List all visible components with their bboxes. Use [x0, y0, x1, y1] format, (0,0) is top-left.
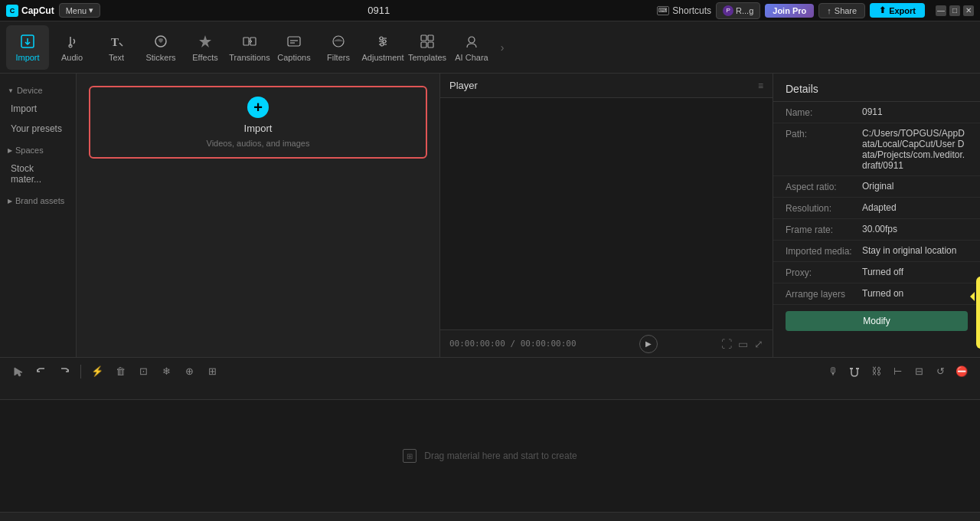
detail-row-proxy: Proxy: Turned off — [773, 262, 980, 283]
toolbar: Import Audio T Text — [0, 21, 980, 74]
aspect-ratio-icon[interactable]: ▭ — [738, 338, 748, 350]
modify-button[interactable]: Modify — [786, 311, 968, 331]
sidebar-section-device[interactable]: ▼ Device — [5, 83, 71, 98]
svg-text:T: T — [111, 36, 119, 48]
freeze-icon[interactable]: ❄ — [157, 362, 175, 381]
join-pro-button[interactable]: Join Pro — [765, 4, 814, 18]
share-button[interactable]: ↑ Share — [818, 3, 865, 18]
export-button[interactable]: ⬆ Export — [870, 3, 925, 18]
project-label: R...g — [736, 6, 753, 15]
project-button[interactable]: P R...g — [716, 2, 760, 19]
link-icon[interactable]: ⛓ — [867, 362, 885, 381]
svg-point-16 — [380, 37, 383, 40]
menu-button[interactable]: Menu ▾ — [59, 3, 101, 18]
sidebar-item-stock[interactable]: Stock mater... — [5, 159, 71, 188]
tool-captions-label: Captions — [277, 53, 310, 62]
sidebar-section-spaces[interactable]: ▶ Spaces — [5, 143, 71, 158]
transitions-icon — [241, 33, 258, 50]
ai-chara-icon — [463, 33, 480, 50]
sidebar-item-presets[interactable]: Your presets — [5, 120, 71, 138]
capcut-logo: C CapCut — [6, 5, 54, 17]
captions-icon — [286, 33, 302, 50]
drag-hint-text: Drag material here and start to create — [424, 451, 577, 461]
player-menu-icon[interactable]: ≡ — [758, 80, 763, 91]
import-plus-icon: + — [247, 97, 269, 118]
detail-value-name: 0911 — [862, 106, 968, 117]
tool-transitions[interactable]: Transitions — [228, 25, 271, 70]
detail-row-framerate: Frame rate: 30.00fps — [773, 219, 980, 241]
fullscreen-icon[interactable]: ⛶ — [721, 338, 732, 350]
import-drop-area[interactable]: + Import Videos, audios, and images — [89, 86, 427, 159]
tool-text[interactable]: T Text — [95, 25, 138, 70]
minimize-button[interactable]: — — [936, 5, 946, 16]
select-tool-icon[interactable] — [9, 362, 28, 381]
tool-captions[interactable]: Captions — [273, 25, 315, 70]
tool-effects[interactable]: Effects — [184, 25, 227, 70]
detail-row-resolution: Resolution: Adapted — [773, 198, 980, 219]
layer-icon[interactable]: ⊕ — [180, 362, 198, 381]
tool-import[interactable]: Import — [6, 25, 49, 70]
app-wrapper: C CapCut Menu ▾ 0911 ⌨ Shortcuts P R...g… — [0, 0, 980, 521]
magnet-icon[interactable] — [845, 362, 864, 381]
tool-audio[interactable]: Audio — [51, 25, 93, 70]
sidebar-item-import[interactable]: Import — [5, 100, 71, 118]
spaces-expand-icon: ▶ — [8, 147, 12, 154]
expand-icon[interactable]: ⤢ — [754, 338, 763, 350]
history-icon[interactable]: ↺ — [931, 362, 949, 381]
toolbar-more-button[interactable]: › — [495, 25, 510, 70]
templates-icon — [419, 33, 436, 50]
player-panel: Player ≡ 00:00:00:00 / 00:00:00:00 ▶ ⛶ ▭… — [440, 74, 773, 357]
play-button[interactable]: ▶ — [639, 335, 658, 353]
crop-icon[interactable]: ⊡ — [134, 362, 152, 381]
undo-button[interactable] — [32, 362, 51, 381]
tool-stickers[interactable]: Stickers — [139, 25, 182, 70]
window-controls: — □ ✕ — [936, 5, 974, 16]
tool-adjustment[interactable]: Adjustment — [361, 25, 404, 70]
timeline-header — [0, 385, 980, 400]
detail-value-resolution: Adapted — [862, 202, 968, 213]
tool-stickers-label: Stickers — [145, 53, 175, 62]
content-row: ▼ Device Import Your presets ▶ Spaces St… — [0, 74, 980, 357]
close-button[interactable]: ✕ — [963, 5, 974, 16]
tool-import-label: Import — [15, 53, 39, 62]
sidebar-spaces-label: Spaces — [15, 146, 44, 155]
sidebar-section-brand[interactable]: ▶ Brand assets — [5, 193, 71, 208]
tool-effects-label: Effects — [192, 53, 217, 62]
detail-row-aspect: Aspect ratio: Original — [773, 176, 980, 198]
brand-expand-icon: ▶ — [8, 198, 12, 205]
project-icon: P — [723, 5, 733, 16]
timeline-tracks[interactable]: ⊞ Drag material here and start to create — [0, 400, 980, 512]
tool-templates[interactable]: Templates — [406, 25, 449, 70]
audio-icon — [64, 33, 80, 50]
media-panel: + Import Videos, audios, and images — [77, 74, 440, 357]
detail-value-imported-media: Stay in original location — [862, 245, 968, 256]
group-icon[interactable]: ⊞ — [203, 362, 221, 381]
sidebar-stock-label: Stock mater... — [11, 163, 65, 185]
tool-filters[interactable]: Filters — [317, 25, 360, 70]
titlebar: C CapCut Menu ▾ 0911 ⌨ Shortcuts P R...g… — [0, 0, 980, 21]
trash-icon[interactable]: ⛔ — [952, 362, 971, 381]
titlebar-left: C CapCut Menu ▾ — [6, 3, 100, 18]
sidebar-device-label: Device — [17, 86, 43, 95]
tool-audio-label: Audio — [61, 53, 83, 62]
shortcuts-button[interactable]: ⌨ Shortcuts — [657, 5, 711, 16]
tool-ai-chara-label: AI Chara — [455, 53, 488, 62]
maximize-button[interactable]: □ — [949, 5, 960, 16]
split-icon[interactable]: ⚡ — [88, 362, 106, 381]
mic-icon[interactable]: 🎙 — [824, 362, 842, 381]
import-icon — [19, 33, 36, 50]
svg-rect-7 — [243, 38, 249, 45]
delete-icon[interactable]: 🗑 — [111, 362, 129, 381]
redo-button[interactable] — [55, 362, 74, 381]
svg-rect-19 — [421, 35, 426, 41]
align-icon[interactable]: ⊢ — [888, 362, 906, 381]
detail-row-path: Path: C:/Users/TOPGUS/AppData/Local/CapC… — [773, 123, 980, 176]
player-title: Player — [449, 80, 478, 91]
filters-icon — [330, 33, 347, 50]
tool-ai-chara[interactable]: AI Chara — [450, 25, 493, 70]
share-label: Share — [835, 6, 857, 15]
layout-icon[interactable]: ⊟ — [910, 362, 928, 381]
timeline-scrollbar[interactable] — [0, 512, 980, 521]
player-time-current: 00:00:00:00 / 00:00:00:00 — [449, 339, 577, 349]
adjustment-icon — [374, 33, 391, 50]
